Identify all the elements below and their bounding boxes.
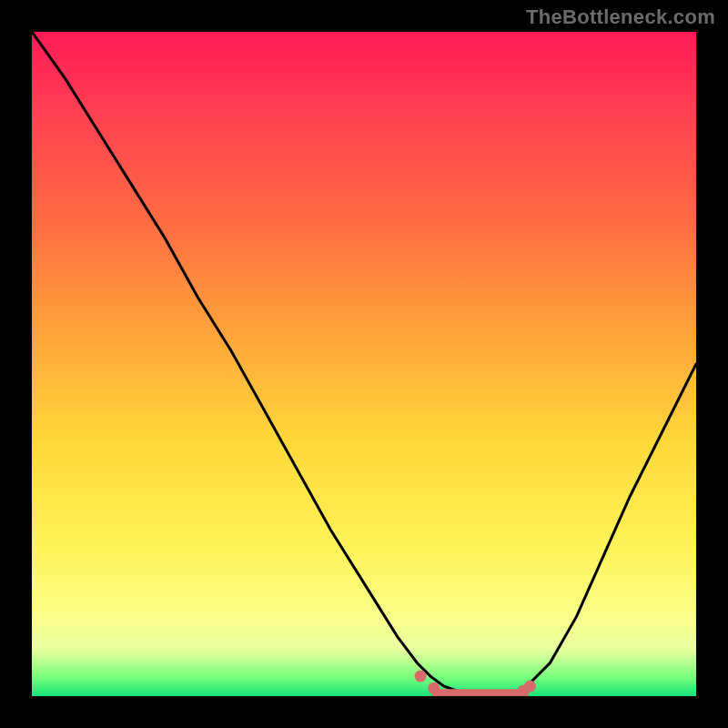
optimal-dot [415,671,427,682]
bottleneck-curve [32,32,696,695]
chart-stage: TheBottleneck.com [0,0,728,728]
curve-layer [32,32,696,696]
optimal-dot [428,682,440,694]
plot-area [32,32,696,696]
watermark-text: TheBottleneck.com [526,5,715,29]
optimal-dot [524,681,536,693]
